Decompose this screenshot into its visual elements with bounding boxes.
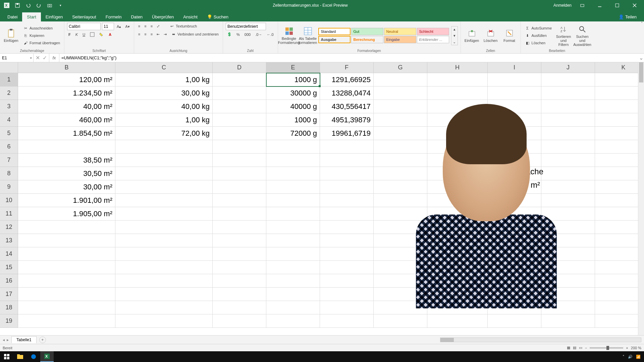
cell[interactable] <box>374 274 427 288</box>
cell[interactable] <box>488 100 541 113</box>
row-header[interactable]: 13 <box>0 234 18 247</box>
cell[interactable]: 1.905,00 m² <box>18 207 115 221</box>
cell[interactable] <box>374 100 427 113</box>
cell[interactable] <box>427 274 488 288</box>
cell[interactable]: 120,00 m² <box>18 73 115 86</box>
cell[interactable] <box>115 154 213 167</box>
cell[interactable]: 460,00 m² <box>18 113 115 127</box>
cell[interactable] <box>266 234 320 247</box>
cell[interactable] <box>541 314 595 328</box>
cell[interactable] <box>541 154 595 167</box>
cell[interactable] <box>595 73 644 86</box>
underline-button[interactable]: U <box>81 32 87 38</box>
cell[interactable] <box>541 234 595 247</box>
cell[interactable] <box>213 100 266 113</box>
cell[interactable] <box>213 261 266 274</box>
orientation-icon[interactable]: ⤢ <box>155 23 161 29</box>
sheet-nav-first-icon[interactable]: ◂ <box>3 338 5 342</box>
row-header[interactable]: 2 <box>0 86 18 100</box>
cell[interactable] <box>320 207 374 221</box>
cell[interactable] <box>213 274 266 288</box>
share-button[interactable]: 👤Teilen <box>614 12 641 21</box>
row-header[interactable]: 12 <box>0 221 18 234</box>
cell[interactable] <box>320 314 374 328</box>
cell[interactable] <box>374 73 427 86</box>
cell[interactable]: 38,50 m² <box>18 154 115 167</box>
cell[interactable] <box>541 86 595 100</box>
cell[interactable] <box>320 180 374 194</box>
row-header[interactable]: 11 <box>0 207 18 221</box>
column-header[interactable]: F <box>320 62 374 73</box>
cell[interactable] <box>320 167 374 180</box>
cell[interactable]: 13288,0474 <box>320 86 374 100</box>
cell[interactable] <box>374 247 427 261</box>
cell[interactable] <box>18 274 115 288</box>
cell[interactable] <box>427 154 488 167</box>
cell[interactable] <box>213 301 266 314</box>
cell[interactable]: 40,00 m² <box>18 100 115 113</box>
cell[interactable] <box>595 301 644 314</box>
cell[interactable] <box>488 113 541 127</box>
cell[interactable] <box>427 167 488 180</box>
style-neutral[interactable]: Neutral <box>384 28 416 35</box>
font-color-button[interactable]: A <box>107 32 113 38</box>
cell[interactable] <box>595 194 644 207</box>
cell[interactable] <box>115 274 213 288</box>
taskbar-edge-icon[interactable] <box>27 351 40 362</box>
cell[interactable] <box>488 154 541 167</box>
comma-icon[interactable]: 000 <box>243 32 252 37</box>
cell[interactable] <box>115 314 213 328</box>
cell[interactable] <box>488 247 541 261</box>
row-header[interactable]: 6 <box>0 140 18 154</box>
cell[interactable] <box>18 288 115 301</box>
cell[interactable] <box>488 301 541 314</box>
cell[interactable] <box>595 140 644 154</box>
cell[interactable]: 40000 g <box>266 100 320 113</box>
cell[interactable] <box>595 274 644 288</box>
cell[interactable] <box>541 288 595 301</box>
cell[interactable] <box>266 314 320 328</box>
tab-start[interactable]: Start <box>22 12 41 21</box>
cell[interactable] <box>427 288 488 301</box>
row-header[interactable]: 14 <box>0 247 18 261</box>
align-left-icon[interactable]: ≡ <box>137 32 142 37</box>
cell[interactable] <box>541 113 595 127</box>
cell[interactable] <box>266 180 320 194</box>
cell[interactable] <box>374 288 427 301</box>
row-header[interactable]: 7 <box>0 154 18 167</box>
cell[interactable] <box>320 247 374 261</box>
cell[interactable] <box>213 247 266 261</box>
cell[interactable] <box>427 221 488 234</box>
cell[interactable] <box>213 73 266 86</box>
decrease-indent-icon[interactable]: ⇤ <box>155 32 161 37</box>
start-button[interactable] <box>0 351 13 362</box>
cell[interactable] <box>266 261 320 274</box>
cell[interactable] <box>213 288 266 301</box>
cell[interactable] <box>541 167 595 180</box>
cell[interactable] <box>213 234 266 247</box>
minimize-icon[interactable] <box>593 0 606 11</box>
cell[interactable] <box>488 140 541 154</box>
sort-filter-button[interactable]: AZSortieren und Filtern <box>555 24 572 47</box>
close-icon[interactable] <box>628 0 641 11</box>
format-cells-button[interactable]: Format <box>501 28 518 43</box>
cell[interactable] <box>427 180 488 194</box>
cell[interactable] <box>266 167 320 180</box>
column-header[interactable]: J <box>541 62 595 73</box>
sign-in-link[interactable]: Anmelden <box>553 3 572 8</box>
cell[interactable] <box>595 100 644 113</box>
cell[interactable] <box>115 207 213 221</box>
cell[interactable] <box>213 221 266 234</box>
row-header[interactable]: 18 <box>0 301 18 314</box>
cell[interactable] <box>18 261 115 274</box>
delete-cells-button[interactable]: Löschen <box>482 28 499 43</box>
expand-formula-bar-icon[interactable]: ⌄ <box>638 54 644 62</box>
column-header[interactable]: B <box>18 62 115 73</box>
cut-button[interactable]: ✂Ausschneiden <box>21 25 61 32</box>
horizontal-scrollbar-thumb[interactable] <box>440 338 454 342</box>
clear-button[interactable]: ◧Löschen <box>524 40 553 46</box>
align-right-icon[interactable]: ≡ <box>149 32 154 37</box>
cell[interactable] <box>427 100 488 113</box>
cell[interactable] <box>320 261 374 274</box>
cell[interactable] <box>541 207 595 221</box>
